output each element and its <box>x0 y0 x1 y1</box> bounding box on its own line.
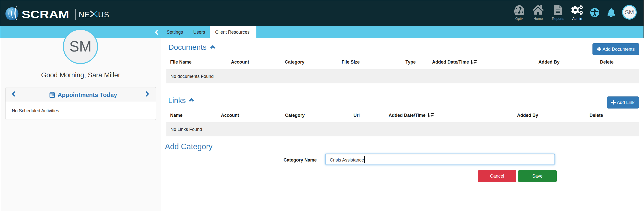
svg-text:US: US <box>98 10 109 19</box>
svg-text:NE: NE <box>79 10 90 19</box>
svg-text:SCRAM: SCRAM <box>22 9 69 20</box>
